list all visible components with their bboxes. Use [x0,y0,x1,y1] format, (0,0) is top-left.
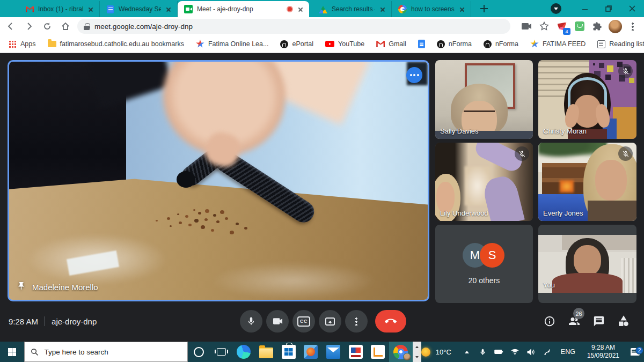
bookmark-nforma-1[interactable]: nForma [437,40,472,48]
reload-button[interactable] [40,19,55,34]
video-options-button[interactable] [406,67,422,83]
taskbar-chrome-active[interactable] [389,342,413,362]
action-center-button[interactable]: 2 [626,348,644,356]
star-icon [196,40,204,48]
back-button[interactable] [3,19,18,34]
activities-button[interactable] [617,315,630,328]
taskbar-scroll-arrows[interactable] [413,342,421,362]
taskbar-app-nforma[interactable] [345,342,367,362]
participants-button[interactable]: 26 [568,315,581,328]
docs-favicon [107,5,114,13]
close-button[interactable] [620,0,644,17]
cortana-icon [194,347,204,357]
camera-in-use-icon[interactable] [519,19,533,33]
tab-docs[interactable]: Wednesday September 15 [100,1,178,17]
tab-close-icon[interactable] [164,5,173,13]
taskbar-photos[interactable] [299,342,322,362]
reading-list-button[interactable]: Reading list [597,40,644,48]
browser-tab-strip: Inbox (1) - ribrahim@fatim Wednesday Sep… [0,0,644,17]
tab-close-icon[interactable] [86,5,95,13]
overflow-participants-tile[interactable]: M S 20 others [435,225,533,303]
notification-badge: 2 [635,346,643,354]
captions-button[interactable]: CC [292,310,315,333]
tab-label: Wednesday September 15 [119,5,161,13]
tab-google-search[interactable]: how to screenshot on thin [392,1,471,17]
tray-volume-icon[interactable] [523,349,539,356]
meeting-code: aje-droy-dnp [52,317,97,326]
bookmark-nforma-2[interactable]: nForma [484,40,518,48]
bookmark-fatima-feed[interactable]: FATIMA FEED [530,40,586,48]
taskbar-file-explorer[interactable] [255,342,277,362]
bookmark-star-icon[interactable] [537,19,551,33]
tray-mic-icon[interactable] [475,348,491,356]
bookmark-eportal[interactable]: ePortal [280,40,313,48]
forward-button[interactable] [21,19,36,34]
participant-name: Christy Moran [543,127,587,135]
new-tab-button[interactable] [477,1,492,16]
bookmark-folder[interactable]: fatimarosebud.catholic.edu.au bookmarks [48,40,184,48]
scene-person [588,201,637,221]
tray-wifi-icon[interactable] [507,349,523,355]
extensions-puzzle-icon[interactable] [590,19,604,33]
drive-favicon [319,6,327,13]
participant-tile-sally[interactable]: Sally Davies [435,60,533,139]
google-favicon [398,5,407,13]
weather-sun-icon[interactable] [421,348,430,357]
lock-icon [84,23,90,30]
start-button[interactable] [0,342,24,362]
tray-battery-icon[interactable] [491,349,507,355]
tray-pen-icon[interactable] [539,348,555,356]
camera-button[interactable] [266,310,289,333]
tab-close-icon[interactable] [378,5,387,13]
bookmark-fatima-online[interactable]: Fatima Online Lea... [196,40,269,48]
tab-meet-active[interactable]: Meet - aje-droy-dnp [178,1,309,17]
taskbar-store[interactable] [277,342,300,362]
language-indicator[interactable]: ENG [561,348,575,356]
profile-avatar[interactable] [608,19,622,33]
taskbar-search-box[interactable]: Type here to search [24,342,187,362]
scene-chairs [621,258,636,293]
address-bar[interactable]: meet.google.com/aje-droy-dnp [77,19,510,34]
bookmark-gmail[interactable]: Gmail [376,40,406,48]
meeting-details-button[interactable] [543,315,556,328]
bookmark-docs[interactable] [418,40,425,48]
mic-button[interactable] [240,310,262,333]
url-text: meet.google.com/aje-droy-dnp [94,23,193,31]
tab-search-chevron-icon[interactable] [551,3,561,14]
tab-drive-search[interactable]: Search results - Google D [312,1,392,17]
leave-call-button[interactable] [375,310,406,333]
others-count-label: 20 others [435,276,533,285]
self-view-tile[interactable]: You [538,225,636,303]
bookmark-youtube[interactable]: YouTube [325,40,364,48]
scene-person [552,273,623,293]
tab-close-icon[interactable] [458,5,466,13]
participant-tile-lily[interactable]: Lily Underwood [435,143,533,221]
task-view-button[interactable] [210,342,233,362]
weather-temp[interactable]: 10°C [436,348,451,356]
tab-close-icon[interactable] [296,5,305,13]
taskbar-app-other[interactable] [367,342,389,362]
extension-screencastify-icon[interactable] [573,19,587,33]
extension-mote-icon[interactable]: 4 [555,19,569,33]
home-button[interactable] [58,19,73,34]
meeting-time: 9:28 AM [9,317,38,326]
restore-button[interactable] [597,0,620,17]
more-options-button[interactable] [345,310,368,333]
minimize-button[interactable] [573,0,597,17]
browser-menu-icon[interactable] [626,19,640,33]
cortana-button[interactable] [188,342,210,362]
participant-tile-everly[interactable]: Everly Jones [538,143,636,221]
bookmark-apps[interactable]: Apps [9,40,36,48]
chat-button[interactable] [592,315,605,328]
participant-tile-christy[interactable]: Christy Moran [538,60,636,139]
mic-muted-icon [515,146,529,161]
taskbar-clock[interactable]: 9:28 AM 15/09/2021 [587,344,619,360]
show-hidden-icons-chevron[interactable] [459,351,475,353]
star-icon [530,40,539,48]
tab-inbox[interactable]: Inbox (1) - ribrahim@fatim [19,1,100,17]
taskbar-mail[interactable] [322,342,345,362]
present-button[interactable] [319,310,341,333]
pinned-participant-video[interactable]: Madeleine Morello [8,60,429,301]
taskbar-edge[interactable] [232,342,255,362]
tab-label: how to screenshot on thin [411,5,455,13]
